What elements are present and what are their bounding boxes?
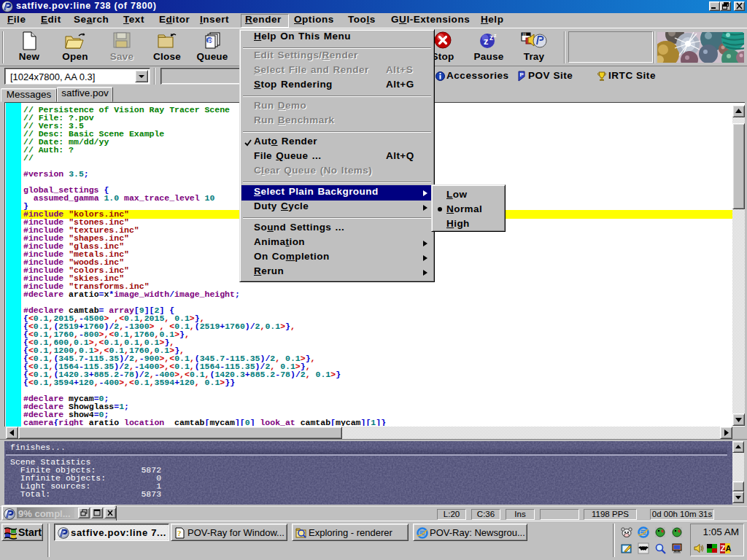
svg-text:A: A <box>726 544 732 553</box>
svg-text:Z: Z <box>721 544 726 553</box>
svg-text:z: z <box>494 33 497 38</box>
svg-text:z: z <box>489 34 493 42</box>
svg-text:?: ? <box>177 529 182 537</box>
svg-text:P: P <box>208 37 212 44</box>
svg-text:P: P <box>520 71 525 78</box>
svg-text:88: 88 <box>522 33 527 36</box>
svg-text:z: z <box>484 36 489 47</box>
